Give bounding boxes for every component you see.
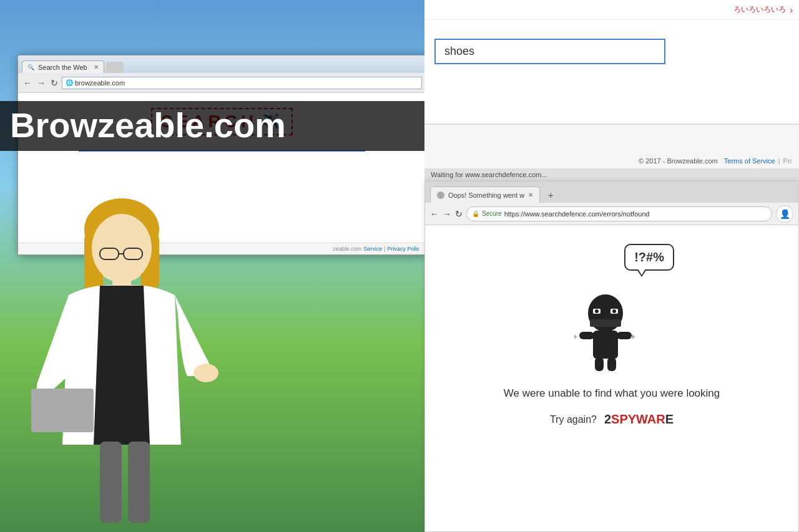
tab-label: Search the Web: [38, 64, 87, 71]
svg-rect-20: [579, 332, 594, 339]
svg-text:✦: ✦: [574, 332, 579, 342]
separator-pipe-2: |: [778, 157, 780, 165]
error-browser-window: Oops! Something went w ✕ + ← → ↻ 🔒 Secur…: [424, 181, 799, 532]
new-tab-placeholder[interactable]: [106, 62, 124, 73]
svg-rect-18: [590, 319, 621, 327]
error-url-text: https://www.searchdefence.com/errors/not…: [504, 210, 650, 218]
svg-point-9: [194, 364, 218, 382]
address-globe-icon: 🌐: [66, 79, 73, 86]
svg-point-17: [612, 309, 616, 313]
status-text: Waiting for www.searchdefence.com...: [431, 171, 547, 178]
svg-rect-22: [595, 357, 604, 371]
ninja-figure: ✦ ✦: [574, 291, 637, 375]
brand-end-text: E: [665, 412, 674, 426]
red-top-bar: ろいろいろいろ ›: [424, 0, 799, 20]
error-browser-toolbar: ← → ↻ 🔒 Secure https://www.searchdefence…: [425, 203, 798, 225]
spyware-brand-logo: 2SPYWARE: [604, 412, 674, 427]
speech-bubble: !?#%: [624, 244, 674, 271]
error-page-content: !?#%: [425, 225, 798, 439]
error-address-bar[interactable]: 🔒 Secure https://www.searchdefence.com/e…: [466, 206, 772, 221]
copyright-text: © 2017 - Browzeable.com: [639, 157, 718, 165]
forward-button[interactable]: →: [36, 78, 47, 88]
footer-pipe: |: [384, 246, 385, 252]
tab-search-icon: 🔍: [27, 64, 34, 70]
secure-badge: Secure: [482, 210, 502, 217]
back-button[interactable]: ←: [22, 78, 33, 88]
browser-toolbar: ← → ↻ 🌐 browzeable.com: [18, 73, 426, 93]
error-message: We were unable to find what you were loo…: [504, 387, 720, 400]
status-bar: Waiting for www.searchdefence.com...: [424, 168, 799, 181]
svg-rect-23: [607, 357, 616, 371]
brand-number: 2: [604, 412, 611, 426]
red-arrow-icon: ›: [790, 5, 793, 15]
svg-rect-12: [128, 442, 150, 523]
right-middle-footer: © 2017 - Browzeable.com Terms of Service…: [424, 125, 799, 181]
error-browser-tab[interactable]: Oops! Something went w ✕: [430, 186, 540, 203]
profile-icon: 👤: [780, 209, 790, 219]
try-again-label: Try again?: [550, 414, 597, 425]
footer-site-text: zeable.com: [333, 246, 361, 252]
error-refresh-button[interactable]: ↻: [455, 209, 463, 219]
try-again-row: Try again? 2SPYWARE: [550, 412, 674, 427]
brand-spy-text: SPYWAR: [611, 412, 665, 426]
svg-rect-19: [593, 331, 618, 359]
svg-point-16: [595, 309, 599, 313]
shoes-search-input[interactable]: [434, 39, 665, 64]
error-tab-bar: Oops! Something went w ✕ +: [425, 181, 798, 203]
page-container: 🔍 Search the Web ✕ ← → ↻ 🌐 browzeable.co…: [0, 0, 799, 532]
address-bar[interactable]: 🌐 browzeable.com: [62, 77, 422, 89]
footer-service-link[interactable]: Service: [363, 246, 382, 252]
title-banner: Browzeable.com: [0, 101, 424, 151]
woman-figure: [19, 195, 225, 532]
woman-svg: [19, 195, 225, 532]
page-title: Browzeable.com: [10, 105, 286, 145]
shoes-search-area: [424, 20, 799, 64]
profile-button[interactable]: 👤: [776, 205, 793, 223]
error-tab-close-icon[interactable]: ✕: [528, 191, 533, 198]
svg-text:✦: ✦: [629, 332, 637, 342]
right-section: ろいろいろいろ › © 2017 - Browzeable.com Terms …: [424, 0, 799, 532]
browser-titlebar: 🔍 Search the Web ✕: [18, 56, 426, 73]
privacy-link[interactable]: Pri: [783, 157, 792, 165]
error-forward-button[interactable]: →: [443, 209, 451, 219]
tab-favicon: [437, 191, 444, 199]
speech-text: !?#%: [634, 250, 664, 264]
ninja-container: !?#%: [543, 244, 680, 375]
right-top-search: ろいろいろいろ ›: [424, 0, 799, 125]
footer-privacy-link[interactable]: Privacy Polic: [387, 246, 419, 252]
terms-of-service-link[interactable]: Terms of Service: [724, 157, 775, 165]
red-japanese-text: ろいろいろいろ: [733, 4, 786, 15]
svg-point-4: [92, 214, 152, 283]
lock-icon: 🔒: [472, 210, 479, 217]
svg-rect-11: [100, 442, 122, 523]
address-text: browzeable.com: [75, 79, 125, 87]
new-tab-button[interactable]: +: [542, 186, 559, 203]
svg-rect-10: [31, 389, 94, 432]
tab-close-icon[interactable]: ✕: [94, 64, 99, 70]
ninja-svg: ✦ ✦: [574, 291, 637, 372]
refresh-button[interactable]: ↻: [49, 78, 59, 88]
error-tab-label: Oops! Something went w: [448, 191, 524, 199]
copyright-row: © 2017 - Browzeable.com Terms of Service…: [424, 153, 799, 168]
browser-tab[interactable]: 🔍 Search the Web ✕: [22, 60, 104, 73]
error-back-button[interactable]: ←: [430, 209, 439, 219]
